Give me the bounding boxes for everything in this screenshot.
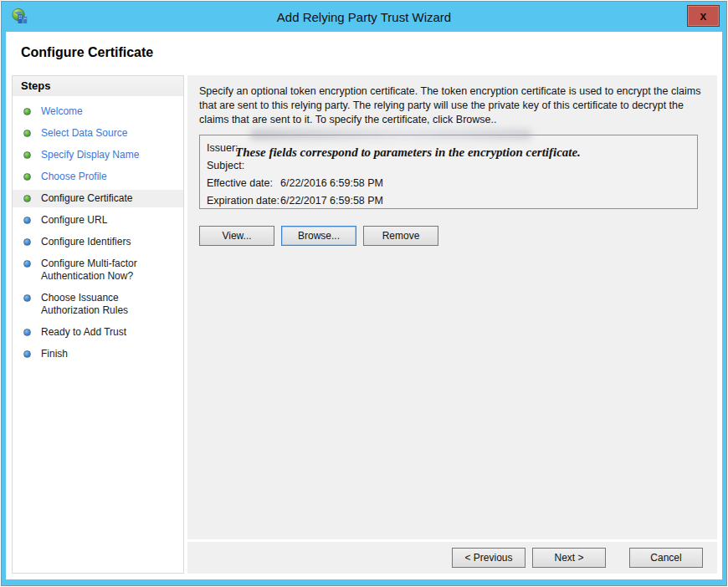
step-status-dot-icon (23, 217, 31, 224)
sidebar-step-item: Configure URL (13, 212, 183, 229)
certificate-details-panel: Issuer: Subject: Effective date: 6/22/20… (199, 135, 698, 209)
wizard-footer: < Previous Next > Cancel (187, 542, 717, 574)
step-status-dot-icon (23, 260, 31, 268)
redacted-issuer-value (250, 130, 531, 140)
certificate-field-value: 6/22/2017 6:59:58 PM (280, 192, 690, 210)
step-status-dot-icon (23, 130, 31, 137)
page-header: Configure Certificate (6, 32, 722, 74)
main-panel: Specify an optional token encryption cer… (187, 75, 717, 574)
step-label: Configure Multi-factor Authentication No… (41, 258, 137, 282)
step-status-dot-icon (23, 238, 31, 246)
step-label: Choose Profile (41, 171, 107, 182)
certificate-field-row: Expiration date: 6/22/2017 6:59:58 PM (207, 192, 690, 210)
step-label: Welcome (41, 105, 83, 117)
certificate-field-value: 6/22/2016 6:59:58 PM (280, 175, 690, 192)
sidebar-step-item: Configure Identifiers (13, 233, 183, 251)
sidebar-step-item[interactable]: Specify Display Name (13, 146, 183, 164)
step-label: Ready to Add Trust (41, 326, 126, 338)
certificate-field-row: Subject: (207, 157, 690, 175)
sidebar-step-item: Finish (13, 345, 183, 363)
sidebar-step-item: Ready to Add Trust (13, 324, 183, 341)
step-status-dot-icon (23, 151, 31, 159)
step-label: Choose Issuance Authorization Rules (41, 292, 128, 316)
instruction-text: Specify an optional token encryption cer… (199, 84, 705, 127)
steps-list: Welcome Select Data Source Specify Displ… (13, 103, 183, 363)
certificate-field-row: Effective date: 6/22/2016 6:59:58 PM (207, 175, 690, 192)
annotation-note: These fields correspond to parameters in… (235, 145, 692, 160)
step-status-dot-icon (23, 350, 31, 358)
step-status-dot-icon (23, 294, 31, 302)
step-status-dot-icon (23, 173, 31, 181)
window-title: Add Relying Party Trust Wizard (2, 2, 726, 32)
browse-button[interactable]: Browse... (281, 226, 356, 246)
close-button[interactable]: x (687, 5, 720, 27)
certificate-field-label: Subject: (207, 157, 280, 175)
sidebar-step-item: Choose Issuance Authorization Rules (13, 289, 183, 319)
step-label: Configure Certificate (41, 192, 132, 204)
next-button[interactable]: Next > (532, 548, 606, 568)
step-label: Configure Identifiers (41, 236, 131, 248)
sidebar-step-item[interactable]: Welcome (13, 103, 183, 120)
sidebar-step-item[interactable]: Select Data Source (13, 125, 183, 142)
certificate-field-label: Expiration date: (207, 192, 280, 210)
view-button[interactable]: View... (199, 226, 274, 246)
remove-button[interactable]: Remove (363, 226, 438, 246)
step-label: Finish (41, 348, 68, 360)
page-title: Configure Certificate (21, 45, 153, 60)
step-status-dot-icon (23, 108, 31, 115)
steps-sidebar: Steps Welcome Select Data Source Specify… (12, 75, 184, 574)
certificate-field-value (280, 157, 690, 175)
steps-heading: Steps (13, 76, 183, 96)
cancel-button[interactable]: Cancel (629, 548, 703, 568)
step-label: Select Data Source (41, 127, 127, 139)
wizard-window: Add Relying Party Trust Wizard x Configu… (1, 1, 727, 586)
step-status-dot-icon (23, 195, 31, 202)
configure-certificate-page: Specify an optional token encryption cer… (187, 75, 717, 539)
step-label: Configure URL (41, 214, 107, 226)
certificate-field-label: Effective date: (207, 175, 280, 192)
certificate-actions: View... Browse... Remove (199, 226, 705, 246)
sidebar-step-item: Configure Certificate (13, 190, 183, 207)
previous-button[interactable]: < Previous (452, 548, 525, 568)
sidebar-step-item: Configure Multi-factor Authentication No… (13, 255, 183, 285)
title-bar: Add Relying Party Trust Wizard x (2, 2, 726, 32)
wizard-body: Configure Certificate Steps Welcome Sele… (6, 32, 722, 579)
step-label: Specify Display Name (41, 149, 139, 161)
sidebar-step-item[interactable]: Choose Profile (13, 168, 183, 186)
step-status-dot-icon (23, 329, 31, 336)
